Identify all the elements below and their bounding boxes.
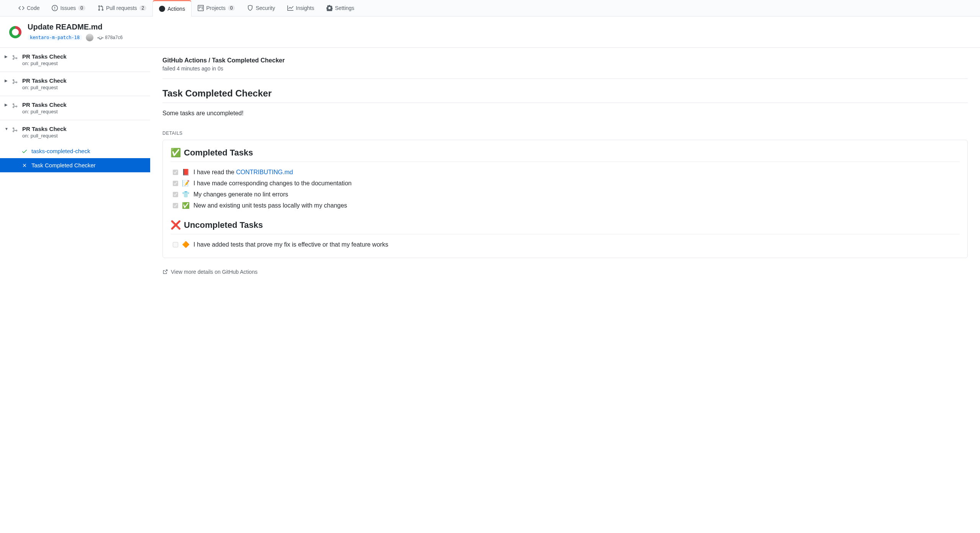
- tab-settings[interactable]: Settings: [320, 0, 361, 16]
- summary-message: Some tasks are uncompleted!: [162, 110, 968, 117]
- sidebar: ▶ PR Tasks Check on: pull_request ▶ PR T…: [0, 48, 150, 284]
- gear-icon: [326, 5, 333, 11]
- project-icon: [198, 5, 204, 11]
- run-item[interactable]: ▶ PR Tasks Check on: pull_request: [0, 48, 150, 72]
- tab-security[interactable]: Security: [241, 0, 281, 16]
- run-label: PR Tasks Check: [22, 77, 67, 84]
- check-label: tasks-completed-check: [31, 148, 90, 154]
- workflow-icon: [12, 53, 18, 66]
- external-link-icon: [162, 269, 168, 275]
- main-content: GitHub Actions / Task Completed Checker …: [150, 48, 980, 284]
- run-sub: on: pull_request: [22, 85, 67, 90]
- commit-info[interactable]: 878a7c6: [97, 34, 123, 41]
- run-item[interactable]: ▼ PR Tasks Check on: pull_request: [0, 120, 150, 144]
- details-panel: ✅ Completed Tasks 📕 I have read the CONT…: [162, 140, 968, 258]
- pull-request-icon: [98, 5, 104, 11]
- status-line: failed 4 minutes ago in 0s: [162, 65, 968, 79]
- task-item: 📝 I have made corresponding changes to t…: [170, 178, 960, 189]
- run-sub: on: pull_request: [22, 60, 67, 66]
- task-text: I have added tests that prove my fix is …: [193, 241, 388, 248]
- tab-settings-label: Settings: [335, 5, 354, 11]
- run-item[interactable]: ▶ PR Tasks Check on: pull_request: [0, 72, 150, 96]
- tab-actions-label: Actions: [167, 6, 185, 12]
- x-emoji-icon: ❌: [170, 220, 181, 230]
- tab-security-label: Security: [256, 5, 275, 11]
- task-text: My changes generate no lint errors: [193, 191, 288, 198]
- contributing-link[interactable]: CONTRIBUTING.md: [236, 169, 293, 175]
- tab-code-label: Code: [27, 5, 39, 11]
- code-icon: [18, 5, 25, 11]
- task-text: I have made corresponding changes to the…: [193, 180, 352, 187]
- tab-pulls-label: Pull requests: [106, 5, 137, 11]
- tab-pulls[interactable]: Pull requests 2: [92, 0, 153, 16]
- check-label: Task Completed Checker: [31, 162, 96, 168]
- issues-count: 0: [78, 5, 85, 11]
- task-emoji-icon: ✅: [182, 202, 190, 209]
- breadcrumb: GitHub Actions / Task Completed Checker: [162, 57, 968, 64]
- task-item: 📕 I have read the CONTRIBUTING.md: [170, 167, 960, 178]
- task-checkbox: [173, 242, 178, 247]
- page-title: Update README.md: [28, 23, 123, 31]
- x-icon: [21, 163, 28, 168]
- task-item: 👕 My changes generate no lint errors: [170, 189, 960, 200]
- run-sub: on: pull_request: [22, 109, 67, 114]
- branch-label[interactable]: kentaro-m-patch-18: [28, 35, 82, 40]
- uncompleted-heading: ❌ Uncompleted Tasks: [170, 220, 960, 234]
- run-sub: on: pull_request: [22, 133, 67, 139]
- tab-code[interactable]: Code: [12, 0, 46, 16]
- caret-right-icon: ▶: [5, 53, 8, 66]
- shield-icon: [247, 5, 253, 11]
- workflow-icon: [12, 77, 18, 90]
- view-more-link[interactable]: View more details on GitHub Actions: [162, 269, 968, 275]
- tab-actions[interactable]: Actions: [152, 0, 192, 16]
- task-item: 🔶 I have added tests that prove my fix i…: [170, 239, 960, 250]
- tab-issues-label: Issues: [60, 5, 75, 11]
- pulls-count: 2: [139, 5, 147, 11]
- workflow-icon: [12, 126, 18, 139]
- details-label: DETAILS: [162, 131, 968, 136]
- tab-insights[interactable]: Insights: [281, 0, 320, 16]
- check-item-failed[interactable]: Task Completed Checker: [0, 158, 150, 172]
- task-checkbox: [173, 181, 178, 186]
- tab-projects[interactable]: Projects 0: [192, 0, 241, 16]
- tab-insights-label: Insights: [296, 5, 314, 11]
- run-header: Update README.md kentaro-m-patch-18 878a…: [0, 16, 980, 47]
- task-checkbox: [173, 192, 178, 197]
- projects-count: 0: [228, 5, 235, 11]
- workflow-icon: [12, 101, 18, 114]
- run-label: PR Tasks Check: [22, 126, 67, 132]
- task-emoji-icon: 🔶: [182, 241, 190, 248]
- issue-icon: [52, 5, 58, 11]
- status-ring-icon: [9, 26, 21, 38]
- run-label: PR Tasks Check: [22, 101, 67, 108]
- commit-icon: [97, 34, 103, 41]
- run-item[interactable]: ▶ PR Tasks Check on: pull_request: [0, 96, 150, 120]
- tab-projects-label: Projects: [206, 5, 226, 11]
- caret-right-icon: ▶: [5, 77, 8, 90]
- task-item: ✅ New and existing unit tests pass local…: [170, 200, 960, 211]
- task-checkbox: [173, 203, 178, 208]
- footer-link-text: View more details on GitHub Actions: [171, 269, 257, 275]
- caret-right-icon: ▶: [5, 101, 8, 114]
- task-emoji-icon: 📕: [182, 168, 190, 176]
- repo-tab-nav: Code Issues 0 Pull requests 2 Actions Pr…: [0, 0, 980, 16]
- play-icon: [159, 6, 165, 12]
- task-checkbox: [173, 170, 178, 175]
- caret-down-icon: ▼: [5, 126, 8, 139]
- task-emoji-icon: 👕: [182, 191, 190, 198]
- completed-heading: ✅ Completed Tasks: [170, 148, 960, 162]
- task-text: New and existing unit tests pass locally…: [193, 202, 347, 209]
- task-emoji-icon: 📝: [182, 180, 190, 187]
- check-item-passed[interactable]: tasks-completed-check: [0, 144, 150, 158]
- commit-sha: 878a7c6: [105, 35, 123, 40]
- run-label: PR Tasks Check: [22, 53, 67, 60]
- graph-icon: [287, 5, 293, 11]
- task-text: I have read the CONTRIBUTING.md: [193, 169, 293, 176]
- tab-issues[interactable]: Issues 0: [46, 0, 91, 16]
- avatar[interactable]: [86, 34, 93, 41]
- check-emoji-icon: ✅: [170, 148, 181, 158]
- check-title: Task Completed Checker: [162, 88, 968, 103]
- success-icon: [21, 148, 28, 154]
